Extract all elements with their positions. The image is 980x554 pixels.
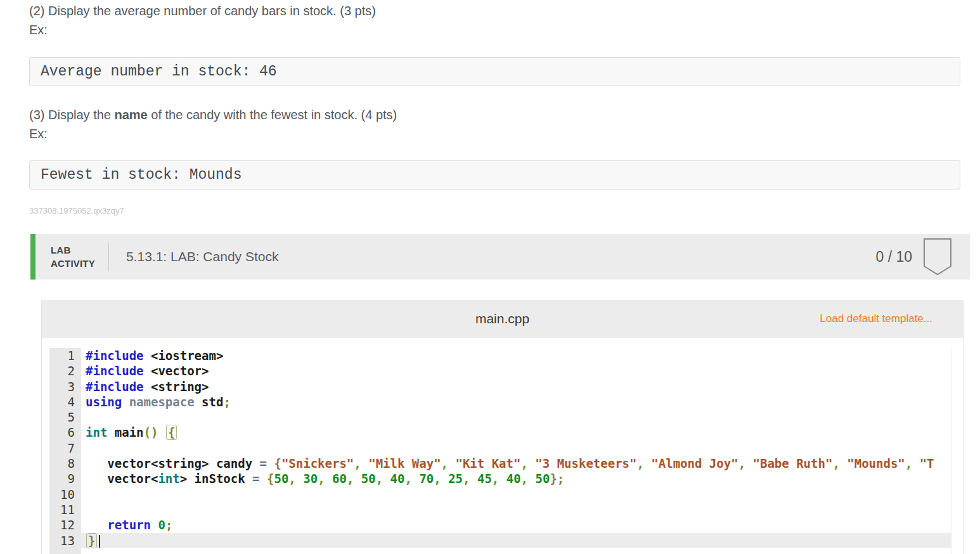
- gutter-filler: [49, 548, 951, 554]
- code-text[interactable]: }: [81, 533, 951, 548]
- lab-activity-badge: LAB ACTIVITY: [51, 243, 95, 270]
- text-cursor: [99, 535, 100, 548]
- code-text[interactable]: vector<int> inStock = {50, 30, 60, 50, 4…: [81, 471, 951, 486]
- code-editor-area[interactable]: 1#include <iostream>2#include <vector>3#…: [49, 348, 951, 554]
- code-text[interactable]: [81, 409, 951, 425]
- code-text[interactable]: #include <vector>: [81, 363, 951, 378]
- question-3-text: (3) Display the name of the candy with t…: [29, 105, 960, 124]
- code-text[interactable]: using namespace std;: [81, 394, 951, 409]
- load-default-template-link[interactable]: Load default template...: [820, 312, 932, 325]
- editor-header: main.cpp Load default template...: [42, 300, 963, 338]
- question-3-bold-word: name: [115, 108, 148, 122]
- code-line-8[interactable]: 8 vector<string> candy = {"Snickers", "M…: [49, 456, 951, 471]
- line-number[interactable]: 9: [49, 471, 81, 486]
- score-text: 0 / 10: [875, 248, 912, 266]
- code-line-10[interactable]: 10: [49, 487, 951, 502]
- example-output-average: Average number in stock: 46: [29, 57, 960, 86]
- code-line-12[interactable]: 12 return 0;: [49, 517, 951, 532]
- code-line-2[interactable]: 2#include <vector>: [49, 363, 951, 378]
- code-line-7[interactable]: 7: [49, 441, 951, 456]
- code-line-9[interactable]: 9 vector<int> inStock = {50, 30, 60, 50,…: [49, 471, 951, 486]
- code-line-13[interactable]: 13}: [49, 533, 951, 548]
- question-3-ex-label: Ex:: [29, 124, 960, 143]
- header-divider: [108, 242, 109, 271]
- line-number[interactable]: 3: [49, 379, 81, 394]
- line-number[interactable]: 12: [49, 517, 81, 532]
- code-text[interactable]: return 0;: [81, 517, 951, 532]
- gutter-filler-cell: [49, 548, 81, 554]
- code-filler-cell[interactable]: [81, 548, 951, 554]
- line-number[interactable]: 7: [49, 441, 81, 456]
- code-line-5[interactable]: 5: [49, 409, 951, 425]
- code-lines: 1#include <iostream>2#include <vector>3#…: [49, 348, 951, 554]
- code-text[interactable]: [81, 441, 951, 456]
- code-line-4[interactable]: 4using namespace std;: [49, 394, 951, 409]
- line-number[interactable]: 13: [49, 533, 81, 548]
- line-number[interactable]: 6: [49, 425, 81, 440]
- question-section: (2) Display the average number of candy …: [0, 0, 980, 216]
- lab-score-area: 0 / 10: [875, 238, 952, 276]
- example-output-fewest: Fewest in stock: Mounds: [29, 160, 960, 190]
- line-number[interactable]: 2: [49, 363, 81, 378]
- lab-badge-line1: LAB: [51, 243, 95, 257]
- line-number[interactable]: 10: [49, 487, 81, 502]
- question-2-ex-label: Ex:: [29, 20, 960, 39]
- code-text[interactable]: vector<string> candy = {"Snickers", "Mil…: [81, 456, 951, 471]
- lab-activity-header: LAB ACTIVITY 5.13.1: LAB: Candy Stock 0 …: [30, 234, 970, 280]
- editor-filename: main.cpp: [475, 311, 529, 326]
- code-line-1[interactable]: 1#include <iostream>: [49, 348, 951, 363]
- code-line-3[interactable]: 3#include <string>: [49, 379, 951, 394]
- question-3-pre: (3) Display the: [29, 108, 115, 122]
- question-2-text: (2) Display the average number of candy …: [29, 1, 960, 20]
- line-number[interactable]: 4: [49, 394, 81, 409]
- code-text[interactable]: [81, 502, 951, 517]
- lab-activity-section: LAB ACTIVITY 5.13.1: LAB: Candy Stock 0 …: [30, 234, 970, 554]
- line-number[interactable]: 11: [49, 502, 81, 517]
- question-3-post: of the candy with the fewest in stock. (…: [148, 108, 397, 122]
- lab-title: 5.13.1: LAB: Candy Stock: [126, 249, 278, 264]
- line-number[interactable]: 5: [49, 409, 81, 425]
- code-text[interactable]: int main() {: [81, 425, 951, 440]
- completion-shield-icon: [923, 238, 952, 276]
- code-line-11[interactable]: 11: [49, 502, 951, 517]
- line-number[interactable]: 1: [49, 348, 81, 363]
- lab-badge-line2: ACTIVITY: [51, 257, 95, 270]
- code-line-6[interactable]: 6int main() {: [49, 425, 951, 440]
- page: (2) Display the average number of candy …: [0, 0, 980, 554]
- code-text[interactable]: [81, 487, 951, 502]
- line-number[interactable]: 8: [49, 456, 81, 471]
- code-text[interactable]: #include <iostream>: [81, 348, 951, 363]
- code-editor-panel: main.cpp Load default template... 1#incl…: [41, 300, 964, 554]
- activity-id-text: 337308.1975052.qx3zqy7: [29, 206, 960, 216]
- code-text[interactable]: #include <string>: [81, 379, 951, 394]
